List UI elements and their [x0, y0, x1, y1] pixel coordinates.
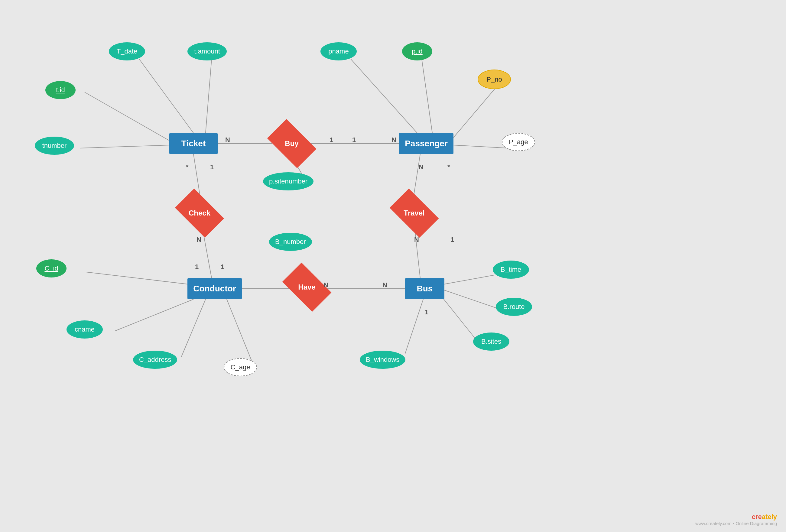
- attribute-c-age[interactable]: C_age: [224, 358, 257, 376]
- multiplicity-ticket-buy-1: 1: [329, 136, 333, 144]
- svg-line-3: [80, 145, 169, 148]
- attribute-cname[interactable]: cname: [67, 320, 103, 339]
- svg-line-26: [405, 299, 423, 354]
- svg-line-9: [454, 145, 508, 148]
- multiplicity-check-conductor-1a: 1: [195, 263, 199, 271]
- svg-line-7: [422, 59, 432, 133]
- svg-line-0: [139, 59, 193, 133]
- attribute-p-no[interactable]: P_no: [478, 70, 511, 89]
- attribute-b-windows[interactable]: B_windows: [360, 351, 406, 369]
- watermark: creately www.creately.com • Online Diagr…: [695, 513, 777, 526]
- multiplicity-have-bus-n: N: [383, 281, 387, 289]
- multiplicity-ticket-check-star: *: [186, 163, 189, 171]
- entity-conductor[interactable]: Conductor: [187, 278, 242, 299]
- relationship-check[interactable]: Check: [178, 200, 221, 227]
- attribute-p-age[interactable]: P_age: [502, 133, 535, 151]
- relationship-buy[interactable]: Buy: [271, 130, 313, 157]
- multiplicity-passenger-travel-star: *: [447, 163, 450, 171]
- multiplicity-travel-bus-1: 1: [450, 236, 454, 244]
- attribute-p-sitenumber[interactable]: p.sitenumber: [263, 172, 314, 190]
- multiplicity-ticket-check-1: 1: [210, 163, 214, 171]
- svg-line-25: [441, 296, 478, 342]
- attribute-t-amount[interactable]: t.amount: [187, 42, 227, 61]
- multiplicity-buy-passenger-n: N: [392, 136, 396, 144]
- diagram-container: Ticket Passenger Conductor Bus Buy Check…: [0, 0, 786, 532]
- multiplicity-passenger-travel-n: N: [419, 163, 423, 171]
- attribute-b-time[interactable]: B_time: [493, 260, 529, 279]
- attribute-p-id[interactable]: p.id: [402, 42, 432, 61]
- svg-line-22: [227, 299, 252, 363]
- svg-line-8: [454, 88, 496, 138]
- svg-line-1: [206, 59, 212, 133]
- attribute-b-route[interactable]: B.route: [496, 298, 532, 316]
- multiplicity-travel-bus-n: N: [414, 236, 419, 244]
- attribute-t-date[interactable]: T_date: [109, 42, 145, 61]
- multiplicity-ticket-buy-n: N: [225, 136, 230, 144]
- multiplicity-conductor-have-n: N: [323, 281, 328, 289]
- svg-line-23: [444, 275, 494, 284]
- attribute-tnumber[interactable]: tnumber: [35, 137, 74, 155]
- attribute-c-address[interactable]: C_address: [133, 351, 177, 369]
- multiplicity-check-conductor-1b: 1: [221, 263, 224, 271]
- svg-line-20: [115, 299, 193, 331]
- multiplicity-buy-passenger-1: 1: [352, 136, 356, 144]
- attribute-b-sites[interactable]: B.sites: [473, 332, 509, 351]
- attribute-b-number[interactable]: B_number: [269, 233, 312, 251]
- attribute-pname[interactable]: pname: [320, 42, 357, 61]
- svg-line-2: [85, 92, 169, 141]
- entity-passenger[interactable]: Passenger: [399, 133, 454, 154]
- entity-bus[interactable]: Bus: [405, 278, 444, 299]
- multiplicity-check-conductor-n: N: [196, 236, 201, 244]
- svg-line-19: [86, 272, 187, 284]
- er-diagram-lines: [0, 0, 786, 532]
- attribute-c-id[interactable]: C_id: [36, 259, 67, 277]
- relationship-have[interactable]: Have: [286, 274, 328, 301]
- svg-line-24: [444, 290, 497, 308]
- svg-line-21: [181, 299, 206, 357]
- relationship-travel[interactable]: Travel: [393, 200, 435, 227]
- svg-line-6: [351, 59, 417, 133]
- attribute-t-id[interactable]: t.id: [45, 81, 75, 99]
- entity-ticket[interactable]: Ticket: [169, 133, 218, 154]
- multiplicity-bus-bottom-1: 1: [425, 308, 429, 316]
